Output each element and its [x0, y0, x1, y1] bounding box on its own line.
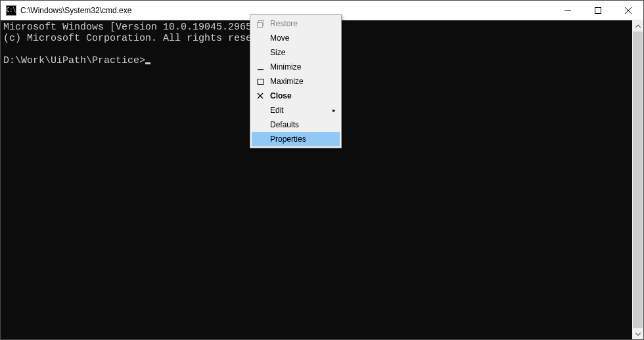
- menu-label: Close: [270, 91, 292, 100]
- maximize-button[interactable]: [583, 1, 613, 20]
- maximize-icon: [256, 77, 265, 86]
- cmd-icon: C:\: [6, 5, 16, 16]
- maximize-icon: [595, 7, 601, 14]
- minimize-button[interactable]: [553, 1, 583, 20]
- menu-label: Defaults: [270, 120, 299, 129]
- menu-label: Properties: [270, 135, 306, 144]
- menu-label: Move: [270, 33, 289, 43]
- menu-label: Restore: [270, 19, 298, 28]
- system-context-menu: Restore Move Size Minimize Maximize Clos…: [250, 14, 342, 148]
- chevron-down-icon: [635, 332, 641, 336]
- chevron-up-icon: [635, 24, 641, 28]
- svg-rect-7: [258, 79, 264, 84]
- menu-item-minimize[interactable]: Minimize: [252, 60, 340, 74]
- close-button[interactable]: [613, 1, 643, 20]
- console-line: (c) Microsoft Corporation. All rights re…: [3, 33, 281, 44]
- svg-rect-1: [595, 7, 601, 13]
- window-title: C:\Windows\System32\cmd.exe: [20, 6, 131, 15]
- console-line: Microsoft Windows [Version 10.0.19045.29…: [3, 22, 258, 33]
- menu-item-size[interactable]: Size: [252, 45, 340, 60]
- svg-rect-5: [257, 22, 262, 27]
- menu-item-edit[interactable]: Edit ▸: [252, 103, 340, 117]
- minimize-icon: [256, 62, 265, 72]
- menu-label: Minimize: [270, 62, 301, 72]
- menu-label: Maximize: [270, 77, 304, 86]
- cursor: [145, 62, 150, 64]
- chevron-right-icon: ▸: [333, 107, 336, 114]
- menu-item-close[interactable]: Close: [252, 89, 340, 103]
- restore-icon: [256, 19, 265, 28]
- menu-item-defaults[interactable]: Defaults: [252, 117, 340, 132]
- menu-item-maximize[interactable]: Maximize: [252, 74, 340, 89]
- menu-label: Edit: [270, 106, 284, 115]
- console-prompt: D:\Work\UiPath\Practice>: [3, 55, 145, 66]
- close-icon: [625, 7, 632, 14]
- vertical-scrollbar[interactable]: [632, 20, 643, 339]
- menu-label: Size: [270, 48, 285, 57]
- menu-item-move[interactable]: Move: [252, 31, 340, 45]
- scrollbar-thumb[interactable]: [633, 32, 643, 329]
- scroll-down-button[interactable]: [632, 328, 643, 339]
- minimize-icon: [564, 7, 571, 14]
- menu-item-restore: Restore: [252, 16, 340, 31]
- scroll-up-button[interactable]: [632, 20, 643, 32]
- close-icon: [256, 91, 265, 100]
- menu-item-properties[interactable]: Properties: [252, 132, 340, 146]
